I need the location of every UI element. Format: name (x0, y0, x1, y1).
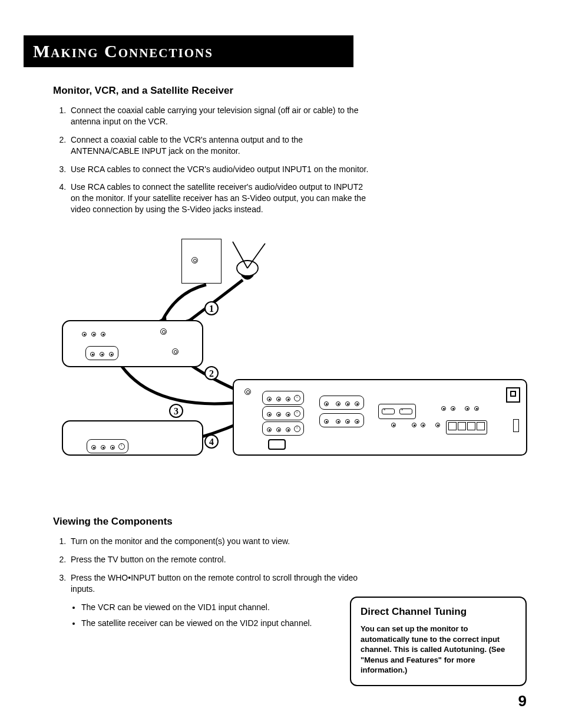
vcr-coax-in (160, 328, 167, 335)
chapter-title: Making Connections (33, 41, 213, 61)
diagram-label-1: 1 (204, 301, 219, 315)
sat-rca-jack (91, 445, 96, 450)
rca-jack (355, 401, 359, 406)
terminal (467, 422, 475, 430)
bullet-vcr: The VCR can be viewed on the VID1 input … (81, 602, 359, 614)
page-number: 9 (518, 692, 527, 710)
rca-jack (286, 412, 290, 417)
bullet-satellite: The satellite receiver can be viewed on … (81, 618, 359, 630)
svideo-jack (294, 395, 300, 401)
section1-steps: Connect the coaxial cable carrying your … (53, 105, 371, 215)
sidebar-body: You can set up the monitor to automatica… (361, 624, 516, 676)
section1-heading: Monitor, VCR, and a Satellite Receiver (53, 85, 371, 97)
rca-jack (276, 412, 281, 417)
rca-jack (345, 401, 350, 406)
view-step-3: Press the WHO•INPUT button on the remote… (68, 572, 359, 595)
section2-bullets: The VCR can be viewed on the VID1 input … (53, 602, 359, 630)
section-viewing-components: Viewing the Components Turn on the monit… (29, 516, 359, 630)
diagram-label-3: 3 (169, 404, 183, 418)
vcr-rca-jack (101, 332, 105, 337)
monitor-circuit-icon (506, 387, 520, 403)
satellite-receiver-device (62, 420, 203, 456)
monitor-speaker-terminals (446, 420, 487, 434)
monitor-slot (513, 419, 519, 432)
monitor-power-socket (268, 439, 286, 450)
audio-jack (412, 423, 416, 427)
rca-jack (267, 412, 272, 417)
chapter-title-bar: Making Connections (24, 35, 353, 67)
step-2: Connect a coaxial cable to the VCR's ant… (68, 134, 371, 157)
diagram-label-2: 2 (204, 366, 219, 380)
vcr-rca-jack (91, 332, 96, 337)
connection-diagram: 1 2 3 4 (29, 239, 530, 486)
rca-jack (324, 419, 329, 424)
sat-svideo-jack (118, 443, 125, 450)
sat-rca-jack (101, 445, 105, 450)
rca-jack (276, 397, 281, 401)
audio-jack (465, 406, 470, 411)
terminal (477, 422, 485, 430)
sidebar-heading: Direct Channel Tuning (361, 606, 516, 618)
step-3: Use RCA cables to connect the VCR's audi… (68, 164, 371, 175)
rca-jack (267, 397, 272, 401)
vcr-rca-out-group (85, 346, 118, 360)
svideo-jack (294, 410, 300, 417)
audio-jack (451, 406, 455, 411)
rca-jack (276, 427, 281, 432)
vcr-rca-jack (100, 352, 104, 357)
monitor-back-panel (233, 379, 527, 456)
section2-steps: Turn on the monitor and the component(s)… (53, 536, 359, 595)
rca-jack (336, 401, 340, 406)
step-4: Use RCA cables to connect the satellite … (68, 182, 371, 215)
vcr-rca-jack (109, 352, 114, 357)
vcr-rca-jack (90, 352, 95, 357)
sat-rca-group (87, 439, 128, 453)
vcr-rca-jack (82, 332, 87, 337)
rca-jack (286, 397, 290, 401)
rca-jack (336, 419, 340, 424)
audio-jack (435, 423, 440, 427)
monitor-input1 (262, 391, 304, 405)
view-step-2: Press the TV button on the remote contro… (68, 554, 359, 565)
monitor-input2 (262, 406, 304, 420)
sat-rca-jack (110, 445, 115, 450)
svideo-jack (294, 426, 300, 432)
monitor-component-2 (319, 413, 364, 427)
monitor-vga-group (378, 404, 416, 419)
view-step-1: Turn on the monitor and the component(s)… (68, 536, 359, 547)
step-1: Connect the coaxial cable carrying your … (68, 105, 371, 127)
direct-channel-tuning-box: Direct Channel Tuning You can set up the… (350, 597, 527, 686)
monitor-component-1 (319, 396, 364, 410)
audio-jack (474, 406, 479, 411)
audio-jack (391, 423, 396, 427)
vga-port (382, 409, 395, 414)
rca-jack (345, 419, 350, 424)
rca-jack (355, 419, 359, 424)
vcr-device (62, 320, 203, 367)
rca-jack (267, 427, 272, 432)
monitor-input3 (262, 421, 304, 436)
monitor-antenna-input (244, 388, 251, 395)
audio-jack (421, 423, 425, 427)
diagram-label-4: 4 (204, 434, 219, 449)
rca-jack (324, 401, 329, 406)
terminal (458, 422, 466, 430)
vcr-coax-out (172, 348, 178, 355)
terminal (448, 422, 457, 430)
section-monitor-vcr-satellite: Monitor, VCR, and a Satellite Receiver C… (29, 85, 371, 215)
vga-port (399, 409, 412, 414)
section2-heading: Viewing the Components (53, 516, 359, 528)
audio-jack (441, 406, 446, 411)
rca-jack (286, 427, 290, 432)
